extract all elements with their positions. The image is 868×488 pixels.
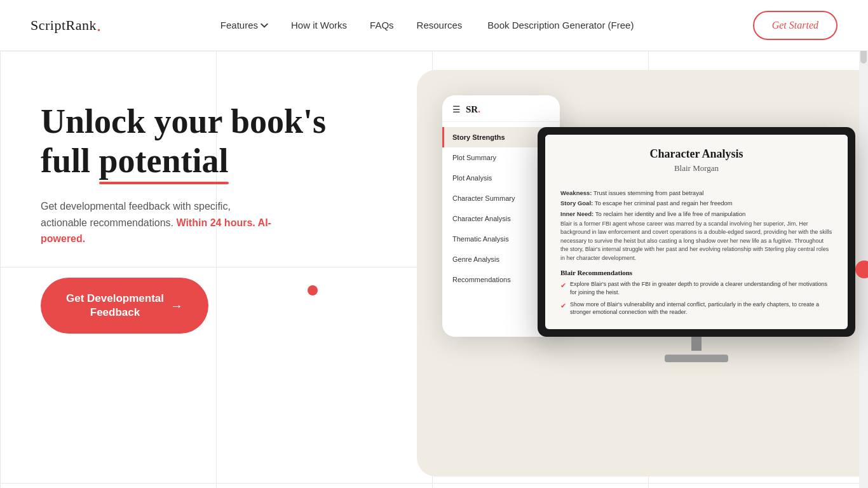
nav-how-it-works[interactable]: How it Works <box>291 20 347 30</box>
chevron-down-icon <box>261 22 268 29</box>
monitor-rec-item: ✔Show more of Blair's vulnerability and … <box>560 301 832 316</box>
phone-header: ☰ SR. <box>442 95 560 122</box>
hero-title-underlined: potential <box>99 141 229 180</box>
nav-features[interactable]: Features <box>220 20 268 30</box>
check-circle-icon: ✔ <box>560 281 566 296</box>
check-circle-icon: ✔ <box>560 301 566 316</box>
nav-faqs[interactable]: FAQs <box>370 20 394 30</box>
hero-left: Unlock your book's full potential Get de… <box>0 51 330 372</box>
monitor-screen: Character Analysis Blair Morgan Weakness… <box>545 135 848 329</box>
hero-title: Unlock your book's full potential <box>41 102 330 180</box>
navigation: ScriptRank. Features How it Works FAQs R… <box>0 0 868 51</box>
monitor-doc-subtitle: Blair Morgan <box>560 163 832 173</box>
monitor-stand <box>665 337 728 362</box>
hamburger-icon: ☰ <box>452 104 461 115</box>
hero-section: Unlock your book's full potential Get de… <box>0 51 868 488</box>
arrow-icon: → <box>170 297 183 314</box>
monitor-rec-item: ✔Explore Blair's past with the FBI in gr… <box>560 280 832 296</box>
phone-logo: SR. <box>466 104 480 115</box>
logo-text: ScriptRank <box>31 17 97 34</box>
monitor-doc-title: Character Analysis <box>560 147 832 161</box>
scrollbar[interactable] <box>859 0 868 488</box>
monitor-content: Weakness: Trust issues stemming from pas… <box>545 189 848 329</box>
hero-subtitle: Get developmental feedback with specific… <box>41 198 282 247</box>
hero-cta-label: Get Developmental Feedback <box>66 292 164 320</box>
monitor-stand-neck <box>691 337 702 351</box>
logo[interactable]: ScriptRank. <box>31 17 102 34</box>
monitor-title-bar: Character Analysis Blair Morgan <box>545 135 848 189</box>
hero-cta-button[interactable]: Get Developmental Feedback → <box>41 278 208 334</box>
nav-resources[interactable]: Resources <box>417 20 465 30</box>
monitor-paragraph: Blair is a former FBI agent whose career… <box>560 220 832 263</box>
hero-right: ☰ SR. Story StrengthsPlot SummaryPlot An… <box>404 51 868 488</box>
monitor-bullet: Weakness: Trust issues stemming from pas… <box>560 189 832 197</box>
monitor-bullet: Inner Need: To reclaim her identity and … <box>560 210 832 218</box>
monitor-bullet: Story Goal: To escape her criminal past … <box>560 199 832 207</box>
monitor-stand-base <box>665 355 728 362</box>
nav-links: Features How it Works FAQs Resources Boo… <box>220 20 634 31</box>
logo-dot: . <box>97 17 102 34</box>
nav-book-desc[interactable]: Book Description Generator (Free) <box>487 20 634 30</box>
get-started-button[interactable]: Get Started <box>753 11 837 40</box>
monitor-mockup: Character Analysis Blair Morgan Weakness… <box>538 127 855 337</box>
red-dot-decoration <box>308 285 318 295</box>
circle-decoration <box>855 261 868 278</box>
monitor-rec-title: Blair Recommendations <box>560 269 832 276</box>
